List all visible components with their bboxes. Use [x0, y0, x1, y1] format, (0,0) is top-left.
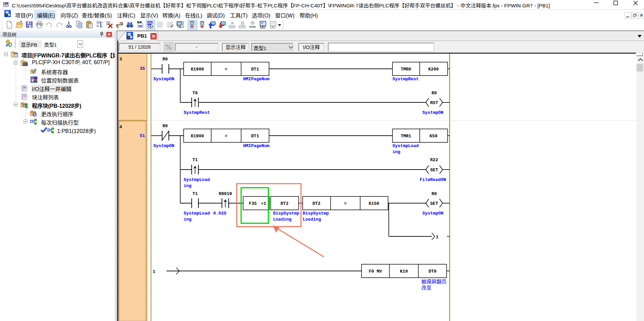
svg-text:RST: RST: [430, 100, 438, 105]
svg-text:K1900: K1900: [191, 67, 204, 72]
svg-text:K10: K10: [400, 269, 408, 274]
svg-text:+1: +1: [261, 201, 266, 206]
svg-text:K150: K150: [369, 201, 379, 206]
svg-text:Loading: Loading: [273, 217, 292, 222]
svg-text:SystmpON: SystmpON: [422, 110, 443, 115]
svg-text:SystmpON: SystmpON: [422, 211, 443, 216]
svg-text:FileReadON: FileReadON: [420, 177, 446, 182]
svg-text:触摸屏翻页: 触摸屏翻页: [421, 279, 447, 285]
svg-text:F35: F35: [249, 201, 257, 206]
svg-text:DT0: DT0: [428, 269, 437, 274]
svg-text:T1: T1: [192, 157, 198, 163]
svg-text:ing: ing: [184, 217, 192, 222]
svg-text:35: 35: [140, 66, 145, 71]
svg-text:DT1: DT1: [251, 134, 259, 139]
svg-text:RUN: RUN: [250, 25, 256, 29]
svg-text:TMR1: TMR1: [401, 134, 411, 139]
svg-text:SystmpRest: SystmpRest: [392, 77, 419, 82]
svg-text:R0: R0: [162, 124, 168, 129]
svg-text:4: 4: [119, 125, 122, 130]
svg-text:F0 MV: F0 MV: [369, 269, 382, 274]
svg-text:SET: SET: [430, 201, 438, 206]
svg-text:K1900: K1900: [191, 134, 204, 139]
svg-text:DispSystmp: DispSystmp: [273, 211, 299, 216]
svg-text:DispSystmp: DispSystmp: [303, 211, 329, 216]
svg-text:SystmpRest: SystmpRest: [184, 110, 210, 115]
svg-text:SET: SET: [430, 168, 438, 173]
svg-text:SystmpLoad: SystmpLoad: [392, 143, 419, 148]
svg-text:=: =: [225, 134, 228, 139]
svg-text:DT1: DT1: [251, 67, 259, 72]
svg-text:T1: T1: [192, 191, 198, 196]
svg-text:1: 1: [153, 269, 155, 274]
svg-text:=: =: [225, 67, 228, 72]
svg-text:3: 3: [119, 57, 122, 62]
svg-text:SystmpON: SystmpON: [153, 143, 174, 148]
svg-text:=: =: [344, 201, 347, 206]
svg-text:改变: 改变: [421, 285, 431, 291]
svg-text:DT2: DT2: [280, 201, 289, 206]
svg-text:R0: R0: [431, 91, 437, 96]
svg-text:SystmpLoad: SystmpLoad: [184, 211, 210, 216]
svg-text:0.02S: 0.02S: [213, 211, 226, 216]
svg-text:1: 1: [436, 235, 439, 240]
svg-text:R0: R0: [431, 191, 437, 196]
svg-text:Loading: Loading: [303, 217, 321, 222]
svg-text:DT2: DT2: [312, 201, 320, 206]
svg-text:HMIPageNum: HMIPageNum: [243, 77, 269, 82]
svg-text:ing: ing: [184, 183, 192, 188]
svg-text:51: 51: [140, 133, 145, 138]
svg-text:R22: R22: [430, 157, 438, 163]
svg-text:ing: ing: [392, 149, 401, 154]
svg-text:K200: K200: [428, 67, 439, 72]
svg-text:HMIPageNum: HMIPageNum: [243, 143, 269, 148]
svg-text:K50: K50: [429, 134, 438, 139]
svg-text:SystmpLoad: SystmpLoad: [184, 177, 210, 182]
svg-text:R9019: R9019: [219, 191, 232, 196]
svg-text:R0: R0: [162, 57, 168, 62]
svg-text:T0: T0: [192, 91, 198, 96]
svg-text:SystmpON: SystmpON: [153, 77, 174, 82]
svg-text:TMR0: TMR0: [401, 67, 411, 72]
